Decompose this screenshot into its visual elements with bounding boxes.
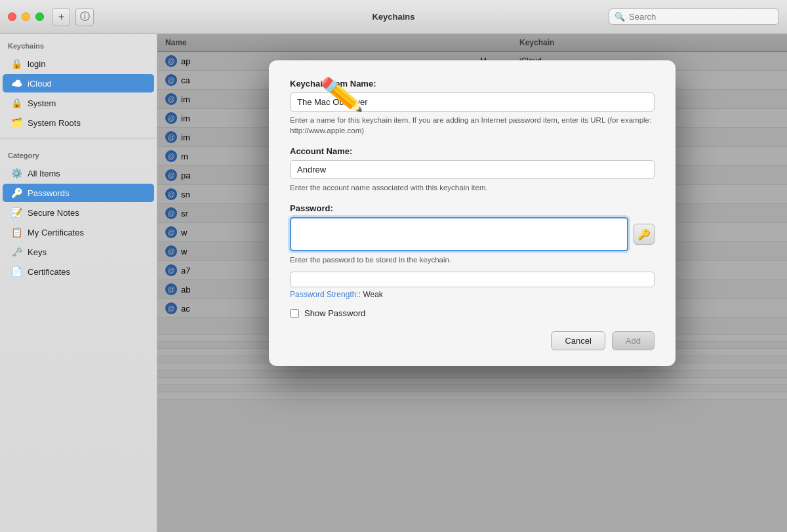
sidebar-item-keys[interactable]: 🗝️ Keys bbox=[3, 243, 154, 261]
minimize-button[interactable] bbox=[22, 12, 30, 21]
password-input-wrapper bbox=[290, 217, 628, 251]
password-input[interactable] bbox=[290, 217, 628, 251]
search-input[interactable] bbox=[629, 12, 773, 22]
certificate-icon: 📋 bbox=[10, 226, 22, 238]
password-row: 🔑 bbox=[290, 217, 655, 251]
sidebar-item-label: All Items bbox=[28, 169, 60, 178]
sidebar-item-label: Passwords bbox=[28, 188, 70, 198]
key-icon: 🗝️ bbox=[10, 246, 22, 258]
main-layout: Keychains 🔒 login ☁️ iCloud 🔒 System 🗂️ … bbox=[0, 34, 787, 532]
sidebar-item-login[interactable]: 🔒 login bbox=[3, 54, 154, 73]
sidebar-item-label: Certificates bbox=[28, 267, 70, 277]
titlebar: ＋ ⓘ Keychains 🔍 bbox=[0, 0, 787, 34]
sidebar-item-all-items[interactable]: ⚙️ All Items bbox=[3, 164, 154, 182]
add-button[interactable]: ＋ bbox=[52, 8, 70, 26]
item-name-label: Keychain Item Name: bbox=[290, 79, 655, 89]
folder-icon: 🗂️ bbox=[10, 117, 22, 129]
traffic-lights bbox=[8, 12, 44, 21]
lock-icon: 🔒 bbox=[10, 58, 22, 70]
sidebar-item-label: System bbox=[28, 98, 56, 108]
modal-buttons: Cancel Add bbox=[290, 331, 655, 350]
strength-value: Weak bbox=[363, 290, 382, 299]
password-icon: 🔑 bbox=[10, 187, 22, 199]
add-button[interactable]: Add bbox=[612, 331, 655, 350]
sidebar-item-label: iCloud bbox=[28, 79, 52, 89]
password-strength-link[interactable]: Password Strength: bbox=[290, 290, 359, 299]
maximize-button[interactable] bbox=[35, 12, 44, 21]
doc-icon: 📄 bbox=[10, 266, 22, 277]
content-area: Name Keychain @apMiCloud@caMiCloud@imPMi… bbox=[157, 34, 787, 532]
search-bar: 🔍 bbox=[609, 9, 779, 25]
sidebar-item-icloud[interactable]: ☁️ iCloud bbox=[3, 74, 154, 92]
strength-bar-container: Password Strength:: Weak bbox=[290, 272, 655, 299]
modal-overlay: ✏️ Keychain Item Name: Enter a name for … bbox=[157, 34, 787, 532]
strength-display-input[interactable] bbox=[290, 272, 655, 287]
sidebar-item-passwords[interactable]: 🔑 Passwords bbox=[3, 184, 154, 202]
sidebar-divider bbox=[0, 138, 157, 138]
show-password-row: Show Password bbox=[290, 308, 655, 318]
show-password-checkbox[interactable] bbox=[290, 309, 299, 318]
account-name-description: Enter the account name associated with t… bbox=[290, 182, 655, 193]
sidebar-item-system-roots[interactable]: 🗂️ System Roots bbox=[3, 113, 154, 132]
sidebar-item-system[interactable]: 🔒 System bbox=[3, 94, 154, 112]
sidebar-item-label: System Roots bbox=[28, 118, 81, 128]
key-button[interactable]: 🔑 bbox=[634, 224, 655, 245]
account-name-input[interactable] bbox=[290, 160, 655, 179]
sidebar-item-label: My Certificates bbox=[28, 228, 84, 237]
item-name-input[interactable] bbox=[290, 92, 655, 112]
category-header: Category bbox=[0, 144, 157, 163]
password-strength-text: Password Strength:: Weak bbox=[290, 290, 655, 299]
close-button[interactable] bbox=[8, 12, 16, 21]
item-name-description: Enter a name for this keychain item. If … bbox=[290, 115, 655, 136]
all-items-icon: ⚙️ bbox=[10, 167, 22, 179]
note-icon: 📝 bbox=[10, 207, 22, 218]
titlebar-title: Keychains bbox=[372, 12, 414, 22]
password-description: Enter the password to be stored in the k… bbox=[290, 255, 655, 265]
sidebar-item-label: Keys bbox=[28, 247, 47, 257]
cancel-button[interactable]: Cancel bbox=[551, 331, 605, 350]
keychains-header: Keychains bbox=[0, 34, 157, 54]
sidebar-item-secure-notes[interactable]: 📝 Secure Notes bbox=[3, 203, 154, 222]
sidebar-item-label: Secure Notes bbox=[28, 208, 79, 218]
sidebar-item-my-certificates[interactable]: 📋 My Certificates bbox=[3, 223, 154, 241]
show-password-label: Show Password bbox=[304, 308, 365, 318]
sidebar-item-certificates[interactable]: 📄 Certificates bbox=[3, 262, 154, 281]
titlebar-icons: ＋ ⓘ bbox=[52, 8, 94, 26]
lock-icon: 🔒 bbox=[10, 97, 22, 109]
password-label: Password: bbox=[290, 203, 655, 213]
sidebar: Keychains 🔒 login ☁️ iCloud 🔒 System 🗂️ … bbox=[0, 34, 157, 532]
search-icon: 🔍 bbox=[615, 12, 625, 22]
cloud-icon: ☁️ bbox=[10, 77, 22, 89]
info-button[interactable]: ⓘ bbox=[75, 8, 94, 26]
modal-dialog: Keychain Item Name: Enter a name for thi… bbox=[269, 60, 676, 366]
sidebar-item-label: login bbox=[28, 59, 45, 69]
account-name-label: Account Name: bbox=[290, 146, 655, 156]
